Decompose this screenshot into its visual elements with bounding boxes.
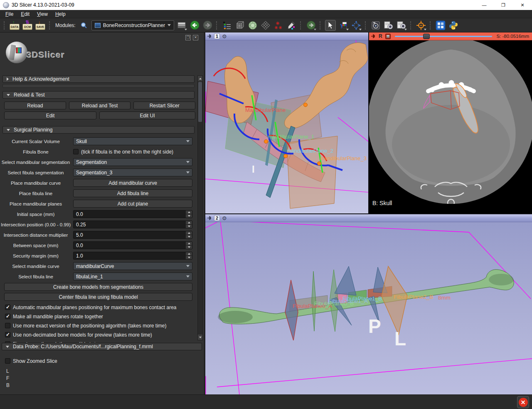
menu-help[interactable]: Help bbox=[52, 10, 69, 18]
spinbox-arrows[interactable] bbox=[186, 231, 192, 238]
checkbox-box[interactable] bbox=[5, 332, 10, 337]
red-slice-canvas[interactable]: B: Skull bbox=[369, 40, 532, 213]
volumes-module-button[interactable] bbox=[260, 20, 271, 31]
history-forward-button[interactable] bbox=[202, 20, 213, 31]
view1-canvas[interactable]: MandibularPlane mandibularPlane_1 mandib… bbox=[205, 40, 368, 213]
view2-canvas[interactable]: FibulaPlane0_A FibulaPlane0_B FibulaPlan… bbox=[205, 222, 532, 394]
reload-section-header[interactable]: Reload & Test bbox=[2, 91, 195, 99]
non-decimated-checkbox[interactable]: Use non-decimated bone models for previe… bbox=[5, 331, 197, 339]
toolbar-grip[interactable] bbox=[49, 21, 51, 30]
exact-algorithm-checkbox[interactable]: Use more exact version of the positionin… bbox=[5, 322, 197, 330]
minimize-button[interactable]: — bbox=[475, 0, 494, 10]
fibula-plane-orange[interactable] bbox=[382, 266, 407, 335]
models-module-button[interactable] bbox=[247, 20, 258, 31]
add-cut-plane-button[interactable]: Add cut plane bbox=[73, 200, 192, 208]
menu-file[interactable]: File bbox=[2, 10, 17, 18]
scrollbar-thumb[interactable] bbox=[198, 82, 202, 122]
mandibular-plane-orange[interactable] bbox=[287, 136, 337, 208]
run-module-button[interactable] bbox=[305, 20, 316, 31]
python-console-button[interactable] bbox=[448, 20, 459, 31]
data-module-button[interactable] bbox=[234, 20, 245, 31]
edit-button[interactable]: Edit bbox=[4, 112, 96, 119]
toolbar-grip[interactable] bbox=[410, 21, 412, 30]
checkbox-box[interactable] bbox=[5, 323, 10, 328]
pin-icon[interactable] bbox=[207, 216, 212, 221]
scroll-up-arrow[interactable] bbox=[198, 76, 202, 81]
scene-view-capture-button[interactable] bbox=[383, 20, 394, 31]
reload-and-test-button[interactable]: Reload and Test bbox=[69, 102, 131, 109]
add-fibula-line-button[interactable]: Add fibula line bbox=[73, 189, 192, 197]
toolbar-grip[interactable] bbox=[4, 21, 6, 30]
close-button[interactable]: ✕ bbox=[513, 0, 532, 10]
fibula-bone-checkbox[interactable]: (tick if fibula is the one from the righ… bbox=[73, 148, 192, 156]
load-data-button[interactable]: ↑ DATA bbox=[9, 20, 20, 31]
create-bone-models-button[interactable]: Create bone models from segmentations bbox=[4, 283, 192, 291]
panel-close-icon[interactable]: ✕ bbox=[193, 35, 198, 40]
intersection-position-spinbox[interactable]: 0.25 bbox=[73, 221, 192, 228]
mandible-right-ramus[interactable] bbox=[284, 43, 368, 129]
restore-button[interactable]: ❐ bbox=[494, 0, 513, 10]
spinbox-arrows[interactable] bbox=[186, 252, 192, 259]
security-margin-spinbox[interactable]: 1.0 bbox=[73, 252, 192, 260]
segment-editor-button[interactable] bbox=[286, 20, 297, 31]
module-selector[interactable]: BoneReconstructionPlanner bbox=[91, 20, 174, 30]
slider-track[interactable] bbox=[395, 36, 493, 37]
help-section-header[interactable]: Help & Acknowledgement bbox=[2, 75, 195, 83]
data-probe-header[interactable]: Data Probe: C:/Users/Mau/Documents/f...r… bbox=[2, 343, 202, 350]
panel-undock-icon[interactable]: ❐ bbox=[185, 35, 191, 40]
rotate-together-checkbox[interactable]: Make all mandible planes rotate together bbox=[5, 312, 197, 320]
window-level-button[interactable] bbox=[338, 20, 349, 31]
screenshot-button[interactable] bbox=[370, 20, 381, 31]
error-log-button[interactable]: ✕ bbox=[517, 396, 529, 408]
red-slice-view[interactable]: R S: -80.0516mm bbox=[369, 32, 532, 213]
save-button[interactable]: ↓ SAVE bbox=[35, 20, 46, 31]
extensions-manager-button[interactable] bbox=[435, 20, 446, 31]
gear-icon[interactable]: ⚙ bbox=[222, 216, 227, 221]
fibula-seg-combo[interactable]: Segmentation_3 bbox=[73, 169, 192, 176]
checkbox-box[interactable] bbox=[73, 149, 79, 154]
toolbar-grip[interactable] bbox=[320, 21, 322, 30]
pin-icon[interactable] bbox=[371, 34, 376, 39]
restart-slicer-button[interactable]: Restart Slicer bbox=[133, 102, 195, 109]
toolbar-grip[interactable] bbox=[300, 21, 302, 30]
scene-view-restore-button[interactable] bbox=[396, 20, 407, 31]
slice-offset-slider[interactable] bbox=[395, 34, 493, 39]
module-history-button[interactable] bbox=[222, 20, 232, 31]
menu-edit[interactable]: Edit bbox=[17, 10, 33, 18]
scalar-volume-combo[interactable]: Skull bbox=[73, 137, 192, 145]
reload-button[interactable]: Reload bbox=[4, 102, 66, 109]
edit-ui-button[interactable]: Edit UI bbox=[99, 112, 195, 119]
dicom-button[interactable]: ⇅ DCM bbox=[22, 20, 33, 31]
gear-icon[interactable]: ⚙ bbox=[222, 34, 227, 39]
menu-view[interactable]: View bbox=[33, 10, 52, 18]
mandible-curve-combo[interactable]: mandibularCurve bbox=[73, 262, 192, 270]
center-fibula-line-button[interactable]: Center fibula line using fibula model bbox=[4, 293, 192, 301]
history-back-button[interactable] bbox=[189, 20, 200, 31]
module-search-button[interactable] bbox=[79, 20, 89, 31]
toolbar-grip[interactable] bbox=[430, 21, 432, 30]
surgical-planning-header[interactable]: Surgical Planning bbox=[2, 126, 195, 134]
checkbox-box[interactable] bbox=[5, 305, 10, 310]
panel-scrollbar[interactable] bbox=[197, 75, 203, 340]
threeD-view-2[interactable]: 2 ⚙ bbox=[205, 214, 532, 394]
fibula-line-combo[interactable]: fibulaLine_1 bbox=[73, 273, 192, 280]
show-zoomed-slice-checkbox[interactable]: Show Zoomed Slice bbox=[5, 357, 57, 365]
intersection-multiplier-spinbox[interactable]: 5.0 bbox=[73, 231, 192, 239]
toolbar-grip[interactable] bbox=[216, 21, 218, 30]
markups-module-button[interactable]: ✳ ✳ ✳ bbox=[273, 20, 284, 31]
toolbar-grip[interactable] bbox=[365, 21, 367, 30]
add-mandibular-curve-button[interactable]: Add mandibular curve bbox=[73, 179, 192, 187]
mandibular-seg-combo[interactable]: Segmentation bbox=[73, 158, 192, 166]
spinbox-arrows[interactable] bbox=[186, 221, 192, 228]
auto-positioning-checkbox[interactable]: Automatic mandibular planes positioning … bbox=[5, 303, 197, 311]
fibula-plane-red[interactable] bbox=[285, 280, 298, 340]
initial-space-spinbox[interactable]: 0.0 bbox=[73, 210, 192, 218]
checkbox-box[interactable] bbox=[5, 358, 10, 364]
pin-icon[interactable] bbox=[207, 34, 212, 39]
mouse-interaction-button[interactable] bbox=[325, 20, 336, 31]
threeD-view-1[interactable]: 1 ⚙ bbox=[205, 32, 368, 213]
spinbox-arrows[interactable] bbox=[186, 242, 192, 249]
slice-menu-icon[interactable] bbox=[385, 34, 391, 39]
transform-interaction-button[interactable] bbox=[351, 20, 362, 31]
slider-handle[interactable] bbox=[423, 34, 430, 39]
